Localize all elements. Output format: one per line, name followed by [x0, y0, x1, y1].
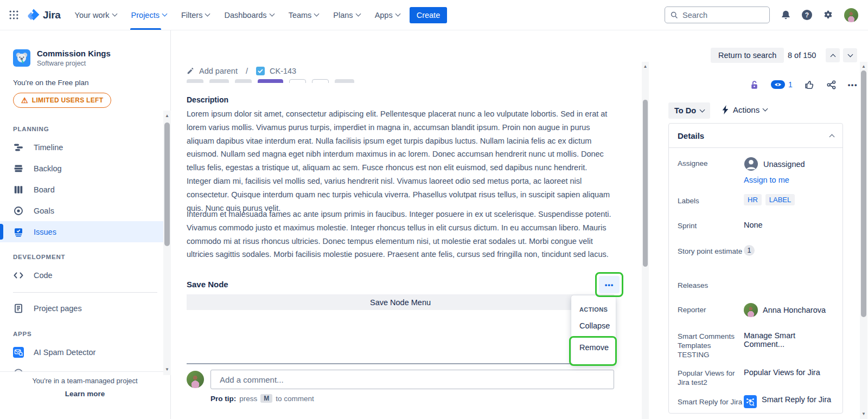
- sidebar-item-issues[interactable]: Issues: [0, 221, 170, 242]
- more-actions-icon[interactable]: •••: [848, 81, 858, 89]
- like-icon[interactable]: [804, 79, 815, 90]
- nav-projects[interactable]: Projects: [131, 0, 167, 30]
- team-managed-note: You're in a team-managed project: [0, 377, 170, 385]
- clipped-button[interactable]: [209, 79, 229, 83]
- issue-key[interactable]: CK-143: [270, 67, 296, 75]
- next-issue-button[interactable]: [843, 48, 857, 62]
- description-paragraph-2: Interdum et malesuada fames ac ante ipsu…: [187, 208, 612, 261]
- nav-filters[interactable]: Filters: [181, 0, 209, 30]
- chevron-down-icon: [395, 11, 400, 17]
- details-header[interactable]: Details: [669, 124, 843, 148]
- previous-issue-button[interactable]: [826, 48, 840, 62]
- scroll-down-arrow[interactable]: ▼: [860, 411, 867, 417]
- scrollbar-thumb[interactable]: [861, 70, 866, 317]
- scroll-up-arrow[interactable]: ▲: [860, 63, 867, 70]
- app-switcher-icon[interactable]: [9, 10, 19, 20]
- nav-dashboards[interactable]: Dashboards: [224, 0, 273, 30]
- commenter-avatar: [187, 371, 204, 388]
- share-icon[interactable]: [826, 80, 837, 90]
- sidebar-scrollbar[interactable]: ▲ ▼: [163, 111, 171, 375]
- story-point-badge[interactable]: 1: [744, 245, 755, 256]
- scroll-down-arrow[interactable]: ▼: [163, 366, 171, 373]
- backlog-icon: [13, 163, 24, 174]
- watchers-control[interactable]: 1: [771, 80, 793, 89]
- clipped-button[interactable]: [312, 79, 329, 83]
- assignee-value: Unassigned: [763, 160, 805, 169]
- sidebar-item-backlog[interactable]: Backlog: [0, 158, 170, 179]
- chevron-down-icon: [355, 11, 361, 17]
- main-nav: Your work Projects Filters Dashboards Te…: [75, 0, 400, 30]
- nav-apps[interactable]: Apps: [375, 0, 400, 30]
- watchers-count: 1: [788, 80, 793, 89]
- clipped-toolbar-row: [187, 79, 614, 83]
- sidebar-item-board[interactable]: Board: [0, 179, 170, 200]
- popular-views-value[interactable]: Popular Views for Jira: [744, 366, 820, 387]
- project-avatar: [13, 49, 30, 67]
- scroll-up-arrow[interactable]: ▲: [163, 113, 171, 119]
- clipped-button[interactable]: [289, 79, 306, 83]
- lightning-icon: [722, 105, 729, 114]
- notifications-icon[interactable]: [781, 10, 791, 20]
- limited-users-badge[interactable]: ⚠ LIMITED USERS LEFT: [13, 93, 111, 108]
- manage-smart-comments-link[interactable]: Manage Smart Comment...: [744, 330, 834, 359]
- issues-icon: [13, 227, 24, 237]
- add-parent-link[interactable]: Add parent: [199, 67, 238, 75]
- assign-to-me-link[interactable]: Assign to me: [744, 176, 789, 184]
- breadcrumb: Add parent / CK-143: [187, 67, 296, 75]
- menu-item-collapse[interactable]: Collapse: [579, 321, 616, 330]
- clipped-button[interactable]: [235, 79, 252, 83]
- field-smart-reply: Smart Reply for Jira Smart Reply for Jir…: [678, 395, 834, 408]
- clipped-button[interactable]: [187, 79, 203, 83]
- project-header[interactable]: Commission Kings Software project: [13, 49, 170, 67]
- sidebar-item-goals[interactable]: Goals: [0, 200, 170, 221]
- right-scrollbar[interactable]: ▲ ▼: [860, 62, 867, 419]
- label-chip[interactable]: HR: [744, 194, 762, 205]
- jira-logo[interactable]: Jira: [27, 8, 61, 22]
- sidebar-footer: You're in a team-managed project Learn m…: [0, 371, 170, 419]
- sidebar-item-code[interactable]: Code: [0, 265, 170, 286]
- sidebar-item-timeline[interactable]: Timeline: [0, 137, 170, 158]
- sidebar-item-project-pages[interactable]: Project pages: [0, 298, 170, 319]
- scrollbar-thumb[interactable]: [643, 100, 648, 267]
- search-input[interactable]: [682, 11, 758, 20]
- scrollbar-thumb[interactable]: [164, 123, 170, 246]
- jira-issue-page: Jira Your work Projects Filters Dashboar…: [0, 0, 868, 419]
- clipped-button-purple[interactable]: [258, 79, 283, 83]
- goals-icon: [13, 205, 24, 216]
- learn-more-link[interactable]: Learn more: [0, 390, 170, 398]
- board-icon: [13, 184, 24, 195]
- chevron-up-icon: [829, 134, 835, 139]
- dropdown-section-header: ACTIONS: [579, 306, 616, 313]
- field-labels: Labels HR LABEL: [678, 194, 834, 205]
- comment-pro-tip: Pro tip: press M to comment: [210, 394, 314, 403]
- project-type: Software project: [37, 60, 111, 67]
- clipped-button[interactable]: [335, 79, 354, 83]
- field-story-points: Story point estimate 1: [678, 244, 834, 256]
- label-chip[interactable]: LABEL: [765, 194, 795, 205]
- planning-section-header: PLANNING: [13, 126, 170, 132]
- return-to-search-button[interactable]: Return to search: [711, 48, 784, 63]
- save-node-more-button[interactable]: •••: [599, 276, 620, 293]
- main-scrollbar[interactable]: ▲: [642, 62, 649, 419]
- actions-dropdown[interactable]: Actions: [722, 105, 767, 114]
- chevron-up-icon: [830, 54, 835, 59]
- smart-reply-icon: [744, 395, 757, 408]
- timeline-icon: [13, 142, 24, 153]
- nav-your-work[interactable]: Your work: [75, 0, 117, 30]
- sprint-value[interactable]: None: [744, 219, 763, 230]
- add-comment-input[interactable]: [210, 370, 614, 389]
- create-button[interactable]: Create: [410, 7, 448, 23]
- help-icon[interactable]: ?: [802, 10, 812, 20]
- settings-gear-icon[interactable]: [823, 10, 833, 20]
- sidebar-item-ai-spam-detector[interactable]: AI Spam Detector: [0, 341, 170, 363]
- code-icon: [13, 270, 24, 281]
- nav-plans[interactable]: Plans: [333, 0, 360, 30]
- global-search[interactable]: [665, 7, 770, 23]
- reporter-avatar: [744, 303, 758, 317]
- nav-teams[interactable]: Teams: [289, 0, 319, 30]
- watch-eye-icon: [771, 80, 785, 89]
- user-avatar[interactable]: [844, 8, 858, 22]
- status-dropdown[interactable]: To Do: [668, 102, 710, 119]
- scroll-up-arrow[interactable]: ▲: [642, 63, 649, 70]
- unlock-icon[interactable]: [749, 80, 760, 90]
